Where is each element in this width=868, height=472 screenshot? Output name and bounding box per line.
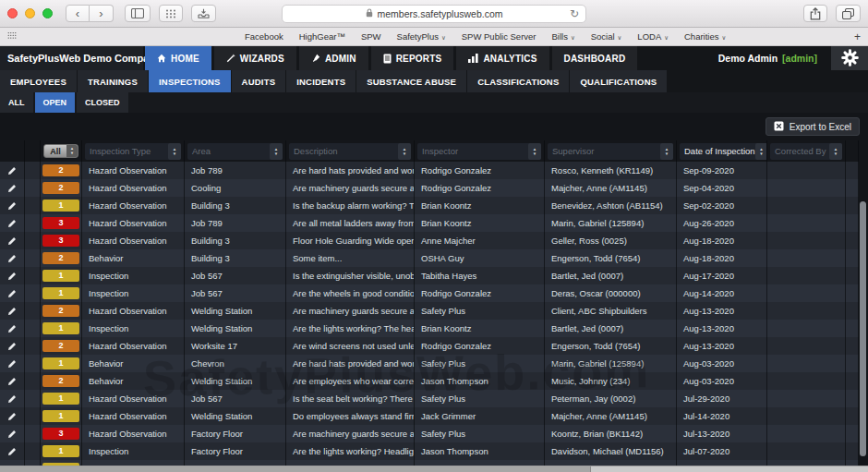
grid-icon[interactable] bbox=[159, 5, 183, 22]
severity-badge[interactable]: 1 bbox=[42, 393, 79, 405]
edit-pencil-icon[interactable] bbox=[7, 268, 17, 284]
description-cell: Are employees who wear correctiv... bbox=[286, 372, 415, 390]
vertical-scrollbar[interactable] bbox=[860, 140, 866, 465]
tab-classifications[interactable]: CLASSIFICATIONS bbox=[467, 70, 569, 92]
filter-description[interactable]: Description▲▼ bbox=[289, 143, 411, 160]
sidebar-icon[interactable] bbox=[125, 5, 151, 22]
horizontal-scrollbar[interactable] bbox=[0, 466, 868, 472]
address-bar[interactable]: members.safetyplusweb.com ↻ bbox=[282, 5, 586, 23]
tab-audits[interactable]: AUDITS bbox=[232, 70, 286, 92]
export-to-excel-button[interactable]: Export to Excel bbox=[766, 117, 860, 136]
tab-overview-icon[interactable] bbox=[836, 5, 861, 22]
sort-spinner-icon[interactable]: ▲▼ bbox=[660, 143, 673, 160]
edit-pencil-icon[interactable] bbox=[7, 426, 17, 442]
status-tab-all[interactable]: ALL bbox=[0, 92, 33, 113]
bookmark-item-safetyplus[interactable]: SafetyPlus∨ bbox=[397, 31, 446, 42]
filter-inspection-type[interactable]: Inspection Type▲▼ bbox=[85, 143, 181, 160]
supervisor-cell: Bartlet, Jed (0007) bbox=[545, 320, 677, 337]
filter-corrected-by[interactable]: Corrected By▲▼ bbox=[770, 143, 842, 160]
date-cell: Aug-18-2020 bbox=[677, 232, 767, 249]
severity-badge[interactable]: 3 bbox=[42, 217, 79, 229]
vertical-scrollbar-thumb[interactable] bbox=[860, 201, 866, 456]
filter-date-of-inspection[interactable]: Date of Inspection▲▼ bbox=[680, 143, 767, 160]
tab-incidents[interactable]: INCIDENTS bbox=[286, 70, 356, 92]
severity-badge[interactable]: 2 bbox=[42, 182, 79, 194]
nav-item-admin[interactable]: ADMIN bbox=[299, 46, 368, 70]
edit-pencil-icon[interactable] bbox=[7, 215, 17, 232]
edit-pencil-icon[interactable] bbox=[7, 391, 17, 407]
zoom-window-button[interactable] bbox=[42, 8, 53, 18]
type-cell: Hazard Observation bbox=[82, 214, 185, 232]
severity-badge[interactable]: 1 bbox=[42, 357, 79, 369]
horizontal-scrollbar-thumb[interactable] bbox=[0, 466, 591, 472]
top-sites-icon[interactable] bbox=[191, 5, 216, 22]
bookmark-item-social[interactable]: Social∨ bbox=[591, 31, 622, 42]
status-tab-closed[interactable]: CLOSED bbox=[77, 92, 128, 113]
edit-pencil-icon[interactable] bbox=[7, 373, 17, 390]
severity-badge[interactable]: 1 bbox=[42, 322, 79, 334]
score-filter-select[interactable]: All▲▼ bbox=[43, 144, 78, 158]
nav-item-analytics[interactable]: ANALYTICS bbox=[456, 46, 549, 70]
edit-pencil-icon[interactable] bbox=[7, 180, 17, 197]
tab-qualifications[interactable]: QUALIFICATIONS bbox=[570, 70, 667, 92]
tab-trainings[interactable]: TRAININGS bbox=[78, 70, 148, 92]
edit-pencil-icon[interactable] bbox=[7, 163, 17, 179]
edit-pencil-icon[interactable] bbox=[7, 443, 17, 460]
forward-button[interactable]: › bbox=[90, 5, 114, 22]
tab-substance-abuse[interactable]: SUBSTANCE ABUSE bbox=[356, 70, 466, 92]
edit-pencil-icon[interactable] bbox=[7, 303, 17, 320]
severity-badge[interactable]: 1 bbox=[42, 270, 79, 282]
close-window-button[interactable] bbox=[7, 8, 18, 18]
severity-badge[interactable]: 2 bbox=[42, 375, 79, 387]
nav-item-reports[interactable]: REPORTS bbox=[371, 46, 454, 70]
tab-employees[interactable]: EMPLOYEES bbox=[0, 70, 77, 92]
bookmark-item-bills[interactable]: Bills∨ bbox=[552, 31, 575, 42]
minimize-window-button[interactable] bbox=[25, 8, 35, 18]
bookmark-item-highgear-[interactable]: HighGear™ bbox=[299, 31, 345, 42]
nav-item-home[interactable]: HOME bbox=[145, 46, 211, 70]
table-row: 2Hazard ObservationWelding StationAre ma… bbox=[0, 302, 859, 320]
edit-pencil-icon[interactable] bbox=[7, 250, 17, 267]
nav-item-wizards[interactable]: WIZARDS bbox=[214, 46, 296, 70]
edit-pencil-icon[interactable] bbox=[7, 321, 17, 337]
settings-button[interactable] bbox=[831, 46, 868, 70]
bookmark-item-spw[interactable]: SPW bbox=[361, 31, 381, 42]
bookmark-item-loda[interactable]: LODA∨ bbox=[637, 31, 669, 42]
filter-inspector[interactable]: Inspector▲▼ bbox=[417, 143, 541, 160]
edit-pencil-icon[interactable] bbox=[7, 338, 17, 355]
edit-pencil-icon[interactable] bbox=[7, 233, 17, 249]
severity-badge[interactable]: 1 bbox=[42, 445, 79, 457]
edit-pencil-icon[interactable] bbox=[7, 356, 17, 372]
sort-spinner-icon[interactable]: ▲▼ bbox=[755, 143, 767, 160]
sort-spinner-icon[interactable]: ▲▼ bbox=[829, 143, 842, 160]
bookmark-item-charities[interactable]: Charities∨ bbox=[684, 31, 726, 42]
back-button[interactable]: ‹ bbox=[66, 5, 90, 22]
status-tab-open[interactable]: OPEN bbox=[35, 92, 76, 113]
severity-badge[interactable]: 2 bbox=[42, 305, 79, 317]
severity-badge[interactable]: 1 bbox=[42, 200, 79, 212]
share-icon[interactable] bbox=[803, 5, 827, 22]
severity-badge[interactable]: 3 bbox=[42, 428, 79, 440]
severity-badge[interactable]: 1 bbox=[42, 410, 79, 422]
edit-pencil-icon[interactable] bbox=[7, 198, 17, 214]
severity-badge[interactable]: 2 bbox=[42, 164, 79, 176]
bookmark-item-facebook[interactable]: Facebook bbox=[245, 31, 283, 42]
severity-badge[interactable]: 2 bbox=[42, 252, 79, 264]
new-tab-button[interactable]: + bbox=[854, 30, 861, 43]
sort-spinner-icon[interactable]: ▲▼ bbox=[168, 143, 181, 160]
filter-supervisor[interactable]: Supervisor▲▼ bbox=[548, 143, 673, 160]
edit-pencil-icon[interactable] bbox=[7, 285, 17, 302]
tab-inspections[interactable]: INSPECTIONS bbox=[149, 70, 231, 92]
sort-spinner-icon[interactable]: ▲▼ bbox=[270, 143, 283, 160]
bookmark-item-spw-public-server[interactable]: SPW Public Server bbox=[462, 31, 536, 42]
severity-badge[interactable]: 1 bbox=[42, 287, 79, 299]
refresh-icon[interactable]: ↻ bbox=[570, 7, 579, 20]
severity-badge[interactable]: 2 bbox=[42, 340, 79, 352]
nav-item-dashboard[interactable]: DASHBOARD bbox=[552, 46, 638, 70]
sort-spinner-icon[interactable]: ▲▼ bbox=[398, 143, 411, 160]
edit-pencil-icon[interactable] bbox=[7, 408, 17, 425]
filter-area[interactable]: Area▲▼ bbox=[187, 143, 283, 160]
sort-spinner-icon[interactable]: ▲▼ bbox=[528, 143, 541, 160]
severity-badge[interactable]: 3 bbox=[42, 235, 79, 247]
apps-grid-icon[interactable] bbox=[7, 31, 17, 42]
